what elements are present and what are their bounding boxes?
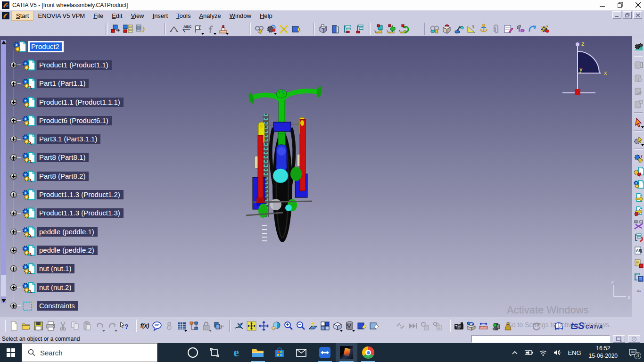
stamp-icon[interactable]: [217, 22, 229, 35]
expand-icon[interactable]: [10, 229, 17, 235]
power-input-field[interactable]: [471, 335, 610, 343]
search-box[interactable]: Search: [22, 343, 157, 362]
constraints-wizard-icon[interactable]: [265, 22, 277, 35]
generate-numbering-icon[interactable]: A5: [632, 244, 644, 257]
expand-icon[interactable]: [10, 210, 17, 216]
dialog-expand-button[interactable]: [613, 335, 625, 343]
tree-item[interactable]: peddle (peddle.2): [0, 241, 124, 259]
redo-icon[interactable]: [106, 319, 118, 332]
mdi-minimize-button[interactable]: [612, 11, 621, 19]
relations-icon[interactable]: }=: [212, 319, 224, 332]
selective-load-icon[interactable]: [632, 257, 644, 270]
measure-item-icon[interactable]: [489, 319, 502, 332]
menu-start[interactable]: Start: [11, 11, 33, 21]
menu-file[interactable]: File: [89, 11, 107, 20]
tree-scrollbar[interactable]: [1, 40, 6, 303]
tree-item-label[interactable]: Product1.1.3 (Product1.3): [37, 208, 124, 218]
grayed-tool-icon-2[interactable]: [632, 71, 644, 84]
view-compass[interactable]: z y x: [559, 39, 613, 97]
tree-item-label[interactable]: nut (nut.1): [37, 264, 74, 273]
expand-icon[interactable]: [10, 154, 17, 161]
cut-icon[interactable]: [57, 319, 69, 332]
mail-icon[interactable]: [290, 343, 312, 362]
zoom-out-icon[interactable]: [294, 319, 306, 332]
part-icon[interactable]: [21, 244, 35, 257]
grayed-tool-icon-1[interactable]: [632, 58, 644, 71]
mass-properties-icon[interactable]: [502, 319, 514, 332]
catia-taskbar-icon[interactable]: [336, 343, 357, 362]
multi-view-icon[interactable]: [319, 319, 331, 332]
grayed-clash-icon[interactable]: [394, 319, 406, 332]
camera-icon[interactable]: [453, 319, 465, 332]
task-view-icon[interactable]: [204, 343, 225, 362]
rotate-icon[interactable]: [270, 319, 282, 332]
edge-icon[interactable]: e: [225, 343, 247, 362]
part-icon[interactable]: [21, 262, 35, 275]
restore-button[interactable]: [618, 2, 623, 8]
update-status-icon[interactable]: [122, 22, 134, 35]
workbox-icon[interactable]: [440, 22, 453, 35]
menu-enovia[interactable]: ENOVIA V5 VPM: [33, 11, 89, 20]
save-version-icon[interactable]: [372, 22, 385, 35]
tree-item[interactable]: Product1.1 (Product1.1.1): [0, 93, 124, 111]
open-folder-icon[interactable]: [20, 319, 32, 332]
measure-between-icon[interactable]: [168, 22, 180, 35]
product-icon[interactable]: [12, 40, 26, 53]
tree-scroll-down-icon[interactable]: [1, 299, 6, 303]
print-icon[interactable]: [44, 319, 57, 332]
expand-icon[interactable]: [10, 80, 17, 87]
window-panel-icon[interactable]: [329, 22, 341, 35]
menu-insert[interactable]: Insert: [149, 11, 173, 20]
new-product-icon[interactable]: [632, 178, 644, 191]
part-icon[interactable]: [21, 132, 35, 146]
select-cursor-icon[interactable]: [632, 115, 644, 129]
mdi-close-button[interactable]: [633, 11, 642, 19]
screw-spring-icon[interactable]: [514, 22, 526, 35]
paperclip-icon[interactable]: [489, 22, 502, 35]
tree-item-label[interactable]: peddle (peddle.2): [37, 246, 98, 255]
part-icon[interactable]: [21, 77, 35, 90]
mdi-restore-button[interactable]: [623, 11, 632, 19]
grayed-skip-icon[interactable]: [406, 319, 419, 332]
comment-bubble-icon[interactable]: [151, 319, 163, 332]
explode-icon[interactable]: [277, 22, 289, 35]
tree-item-label[interactable]: Part8 (Part8.2): [37, 172, 89, 181]
tree-item-label[interactable]: Product6 (Product6.1): [37, 116, 112, 125]
3d-viewport[interactable]: z y x z x Product2 Product1 (Pr: [0, 36, 632, 317]
save-icon[interactable]: [32, 319, 44, 332]
zoom-in-icon[interactable]: [282, 319, 294, 332]
expand-icon[interactable]: [10, 265, 17, 272]
more-tools-chevron[interactable]: »»: [636, 288, 640, 294]
tree-item-label[interactable]: Product1 (Product1.1): [37, 60, 112, 70]
grayed-tree-icon-1[interactable]: [419, 319, 431, 332]
design-table-icon[interactable]: [175, 319, 188, 332]
tree-item-label[interactable]: Part1 (Part1.1): [37, 79, 89, 88]
constraints-icon[interactable]: [21, 299, 35, 313]
expand-icon[interactable]: [10, 173, 17, 180]
menu-view[interactable]: View: [127, 11, 149, 20]
tree-item-label[interactable]: Product2: [28, 41, 64, 52]
component-gears-icon[interactable]: [632, 151, 644, 165]
render-style-icon[interactable]: [343, 319, 355, 332]
teamviewer-icon[interactable]: [314, 343, 336, 362]
info-button[interactable]: [628, 335, 640, 343]
mechanism-gears-icon[interactable]: [632, 40, 644, 53]
product-icon[interactable]: [21, 188, 35, 201]
menu-help[interactable]: Help: [256, 11, 277, 20]
action-center-icon[interactable]: 3: [623, 343, 642, 362]
3d-model-bicycle[interactable]: [236, 81, 339, 246]
close-button[interactable]: [636, 2, 641, 8]
publish-box-icon[interactable]: [465, 319, 477, 332]
tree-item[interactable]: Part8 (Part8.2): [0, 167, 124, 185]
expand-icon[interactable]: [10, 99, 17, 106]
expand-icon[interactable]: [10, 117, 17, 124]
new-part-icon[interactable]: [632, 165, 644, 178]
save-refresh-icon[interactable]: [397, 22, 409, 35]
start-button[interactable]: [0, 343, 22, 362]
menu-edit[interactable]: Edit: [107, 11, 126, 20]
smart-pick-icon[interactable]: [632, 133, 644, 147]
lock-icon[interactable]: [200, 319, 212, 332]
part-icon[interactable]: [21, 151, 35, 164]
product-icon[interactable]: [21, 206, 35, 220]
menu-tools[interactable]: Tools: [172, 11, 195, 20]
